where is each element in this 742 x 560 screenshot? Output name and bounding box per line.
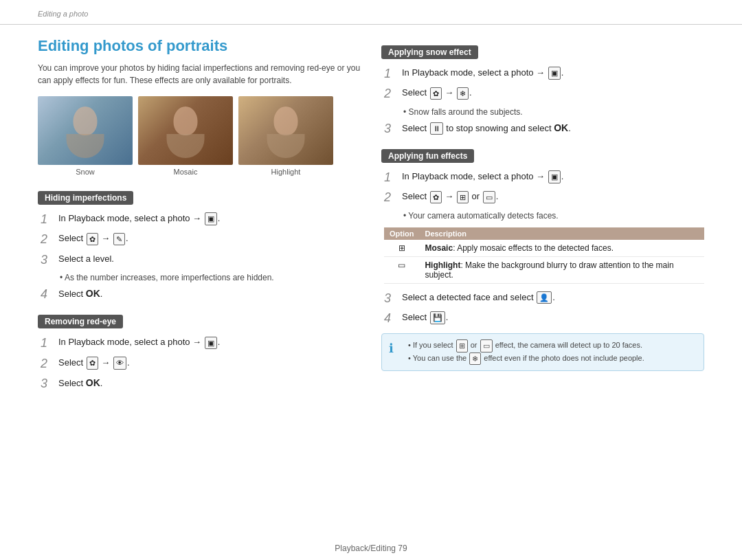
portrait-highlight: Highlight <box>238 96 333 177</box>
hiding-imperfections-section: Hiding imperfections 1 In Playback mode,… <box>38 183 361 302</box>
hiding-steps: 1 In Playback mode, select a photo → ▣. … <box>41 212 361 302</box>
red-eye-steps: 1 In Playback mode, select a photo → ▣. … <box>41 335 361 392</box>
snow-step-2: 2 Select ✿ → ❄. <box>384 86 704 102</box>
hiding-step-1: 1 In Playback mode, select a photo → ▣. <box>41 212 361 227</box>
note-line-1: • If you select ⊞ or ▭ effect, the camer… <box>408 339 644 352</box>
hiding-step-2: 2 Select ✿ → ✎. <box>41 232 361 247</box>
removing-red-eye-header: Removing red-eye <box>38 315 123 328</box>
face-select-icon: 👤 <box>537 291 552 304</box>
snow-step-1: 1 In Playback mode, select a photo → ▣. <box>384 66 704 82</box>
hiding-bullet: As the number increases, more imperfecti… <box>41 272 361 284</box>
eye-icon: 👁 <box>113 357 126 370</box>
mosaic-icon: ⊞ <box>457 191 469 204</box>
fun-bullet: Your camera automatically detects faces. <box>384 210 704 222</box>
applying-fun-section: Applying fun effects 1 In Playback mode,… <box>381 141 704 371</box>
red-eye-step-3: 3 Select OK. <box>41 376 361 392</box>
right-column: Applying snow effect 1 In Playback mode,… <box>381 25 704 547</box>
snow-bullet: Snow falls around the subjects. <box>384 107 704 118</box>
pause-icon: ⏸ <box>430 122 443 135</box>
content-area: Editing photos of portraits You can impr… <box>0 25 742 547</box>
page-footer: Playback/Editing 79 <box>0 544 742 553</box>
desc-col-header: Description <box>419 227 704 240</box>
fun-step-2: 2 Select ✿ → ⊞ or ▭. <box>384 190 704 205</box>
option-col-header: Option <box>384 227 419 240</box>
select-icon-fun: ✿ <box>430 191 442 204</box>
table-row-mosaic: ⊞ Mosaic: Apply mosaic effects to the de… <box>384 240 704 257</box>
playback-icon-4: ▣ <box>548 170 561 183</box>
left-column: Editing photos of portraits You can impr… <box>38 25 361 547</box>
playback-icon-2: ▣ <box>205 337 217 350</box>
fun-step-3: 3 Select a detected face and select 👤. <box>384 291 704 306</box>
portrait-mosaic: Mosaic <box>138 96 233 177</box>
save-icon: 💾 <box>430 311 445 324</box>
applying-snow-header: Applying snow effect <box>381 45 478 59</box>
note-icon: ℹ <box>389 339 403 365</box>
snow-image <box>38 96 133 165</box>
snow-label: Snow <box>38 168 133 176</box>
highlight-icon: ▭ <box>483 191 495 204</box>
breadcrumb: Editing a photo <box>0 0 742 25</box>
note-content: • If you select ⊞ or ▭ effect, the camer… <box>408 339 644 365</box>
page-container: Editing a photo Editing photos of portra… <box>0 0 742 560</box>
table-row-highlight: ▭ Highlight: Make the background blurry … <box>384 256 704 283</box>
playback-icon: ▣ <box>205 212 217 225</box>
mosaic-label: Mosaic <box>138 168 233 176</box>
fun-step-1: 1 In Playback mode, select a photo → ▣. <box>384 170 704 186</box>
section-intro: You can improve your photos by hiding fa… <box>38 62 361 87</box>
mosaic-image <box>138 96 233 165</box>
playback-icon-3: ▣ <box>548 67 561 80</box>
highlight-table-icon: ▭ <box>384 256 419 283</box>
breadcrumb-text: Editing a photo <box>38 10 88 18</box>
note-line-2: • You can use the ❄ effect even if the p… <box>408 352 644 366</box>
section-title: Editing photos of portraits <box>38 37 361 55</box>
red-eye-step-2: 2 Select ✿ → 👁. <box>41 356 361 372</box>
select-icon-2: ✿ <box>87 357 98 370</box>
highlight-table-desc: Highlight: Make the background blurry to… <box>419 256 704 283</box>
fun-step-4: 4 Select 💾. <box>384 311 704 326</box>
mosaic-table-icon: ⊞ <box>384 240 419 257</box>
snow-icon: ❄ <box>457 87 469 100</box>
hiding-step-4: 4 Select OK. <box>41 287 361 302</box>
note-box: ℹ • If you select ⊞ or ▭ effect, the cam… <box>381 333 704 371</box>
highlight-label: Highlight <box>238 168 333 176</box>
snow-steps: 1 In Playback mode, select a photo → ▣. … <box>384 66 704 137</box>
applying-snow-section: Applying snow effect 1 In Playback mode,… <box>381 37 704 137</box>
mosaic-table-desc: Mosaic: Apply mosaic effects to the dete… <box>419 240 704 257</box>
red-eye-step-1: 1 In Playback mode, select a photo → ▣. <box>41 335 361 351</box>
removing-red-eye-section: Removing red-eye 1 In Playback mode, sel… <box>38 306 361 392</box>
portrait-snow: Snow <box>38 96 133 177</box>
hiding-imperfections-header: Hiding imperfections <box>38 191 133 205</box>
option-table: Option Description ⊞ Mosaic: Apply mosai… <box>384 227 704 284</box>
hiding-step-3: 3 Select a level. <box>41 252 361 268</box>
applying-fun-header: Applying fun effects <box>381 149 474 163</box>
footer-text: Playback/Editing 79 <box>335 544 407 553</box>
select-icon-snow: ✿ <box>430 87 442 100</box>
select-icon: ✿ <box>87 233 98 246</box>
highlight-image <box>238 96 333 165</box>
fun-steps: 1 In Playback mode, select a photo → ▣. … <box>384 170 704 326</box>
wrench-icon: ✎ <box>113 233 125 246</box>
portraits-row: Snow Mosaic Highlight <box>38 96 361 177</box>
snow-step-3: 3 Select ⏸ to stop snowing and select OK… <box>384 121 704 137</box>
